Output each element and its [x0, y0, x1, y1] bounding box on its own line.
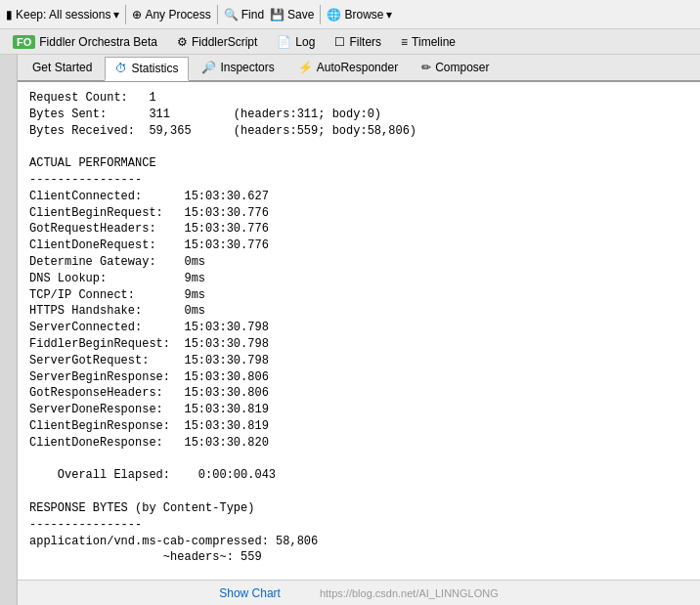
right-panel: Get Started ⏱ Statistics 🔎 Inspectors ⚡ …: [18, 55, 700, 605]
tab-autoresponder[interactable]: ⚡ AutoResponder: [287, 56, 409, 79]
content-area: Get Started ⏱ Statistics 🔎 Inspectors ⚡ …: [0, 55, 700, 605]
tab-get-started[interactable]: Get Started: [22, 56, 103, 79]
browse-label: Browse: [344, 8, 383, 22]
main-window: ▮ Keep: All sessions ▾ ⊕ Any Process 🔍 F…: [0, 0, 700, 605]
divider3: [320, 5, 321, 24]
secondary-tabbar: Get Started ⏱ Statistics 🔎 Inspectors ⚡ …: [18, 55, 700, 82]
fo-badge: FO: [13, 35, 35, 49]
tab-fiddlerscript-label: FiddlerScript: [192, 35, 257, 49]
filters-icon: ☐: [334, 35, 345, 49]
process-icon: ⊕: [132, 8, 142, 22]
watermark-text: https://blog.csdn.net/AI_LINNGLONG: [320, 587, 499, 599]
left-panel: [0, 55, 18, 605]
primary-tabbar: FO Fiddler Orchestra Beta ⚙ FiddlerScrip…: [0, 29, 700, 55]
tab-timeline-label: Timeline: [412, 35, 456, 49]
tab-timeline[interactable]: ≡ Timeline: [392, 31, 464, 53]
tab-statistics[interactable]: ⏱ Statistics: [105, 57, 189, 81]
keep-icon: ▮: [6, 8, 13, 22]
inspectors-icon: 🔎: [201, 61, 216, 74]
statistics-icon: ⏱: [115, 62, 127, 75]
find-icon: 🔍: [224, 8, 239, 22]
browse-dropdown-icon: ▾: [386, 8, 392, 22]
fiddlerscript-icon: ⚙: [177, 35, 188, 49]
tab-fo-label: Fiddler Orchestra Beta: [39, 35, 157, 49]
toolbar-keep[interactable]: ▮ Keep: All sessions ▾: [6, 8, 119, 22]
toolbar-browse[interactable]: 🌐 Browse ▾: [327, 8, 392, 22]
divider2: [217, 5, 218, 24]
tab-autoresponder-label: AutoResponder: [317, 61, 398, 74]
tab-statistics-label: Statistics: [131, 62, 178, 75]
tab-composer[interactable]: ✏ Composer: [411, 56, 500, 79]
log-icon: 📄: [277, 35, 291, 49]
tab-fiddlerscript[interactable]: ⚙ FiddlerScript: [168, 31, 266, 53]
statistics-content: Request Count: 1 Bytes Sent: 311 (header…: [18, 82, 700, 605]
save-label: Save: [287, 8, 314, 22]
keep-label: Keep: All sessions: [16, 8, 110, 22]
find-label: Find: [241, 8, 264, 22]
timeline-icon: ≡: [401, 35, 408, 49]
autoresponder-icon: ⚡: [298, 61, 313, 74]
stats-display: Request Count: 1 Bytes Sent: 311 (header…: [29, 90, 688, 597]
divider1: [125, 5, 126, 24]
toolbar-process[interactable]: ⊕ Any Process: [132, 8, 210, 22]
bottom-bar: Show Chart https://blog.csdn.net/AI_LINN…: [18, 580, 700, 605]
tab-get-started-label: Get Started: [32, 61, 92, 74]
tab-filters[interactable]: ☐ Filters: [326, 31, 390, 53]
tab-log[interactable]: 📄 Log: [268, 31, 324, 53]
tab-filters-label: Filters: [349, 35, 381, 49]
browse-icon: 🌐: [327, 8, 341, 22]
composer-icon: ✏: [421, 61, 431, 74]
toolbar-find[interactable]: 🔍 Find: [224, 8, 264, 22]
show-chart-button[interactable]: Show Chart: [219, 586, 281, 600]
tab-inspectors-label: Inspectors: [220, 61, 274, 74]
tab-fiddler-orchestra[interactable]: FO Fiddler Orchestra Beta: [4, 31, 166, 53]
toolbar-save[interactable]: 💾 Save: [270, 8, 314, 22]
tab-inspectors[interactable]: 🔎 Inspectors: [191, 56, 284, 79]
keep-dropdown-icon: ▾: [113, 8, 119, 22]
tab-log-label: Log: [295, 35, 315, 49]
process-label: Any Process: [145, 8, 210, 22]
tab-composer-label: Composer: [435, 61, 489, 74]
toolbar: ▮ Keep: All sessions ▾ ⊕ Any Process 🔍 F…: [0, 0, 700, 29]
save-icon: 💾: [270, 8, 284, 22]
